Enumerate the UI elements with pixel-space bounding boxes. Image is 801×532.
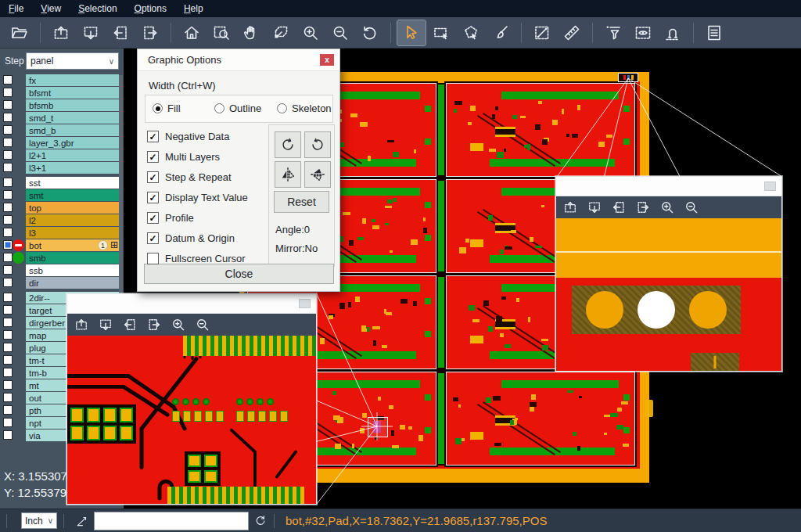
layer-row-bfsmt[interactable]: bfsmt: [0, 87, 124, 99]
layer-visibility-checkbox[interactable]: [3, 138, 13, 147]
layer-row-smd_b[interactable]: smd_b: [0, 124, 124, 136]
layer-row-sst[interactable]: sst: [0, 177, 124, 189]
checkbox-datum-origin[interactable]: ✓Datum & Origin: [147, 232, 235, 244]
radio-outline[interactable]: Outline: [214, 102, 261, 114]
toolbar-zoom-out-button[interactable]: [326, 20, 354, 45]
dialog-titlebar[interactable]: Graphic Options x: [138, 49, 339, 71]
layer-row-l3+1[interactable]: l3+1: [0, 162, 124, 174]
rotate-cw-button[interactable]: [275, 131, 301, 158]
toolbar-pan-hand-button[interactable]: [237, 20, 265, 45]
layer-visibility-checkbox[interactable]: [3, 100, 13, 110]
layer-row-l3[interactable]: l3: [0, 227, 124, 239]
menu-item-file[interactable]: File: [0, 0, 32, 17]
magnifier-titlebar[interactable]: [556, 177, 781, 196]
layer-name[interactable]: smd_b: [26, 124, 119, 136]
layer-visibility-checkbox[interactable]: [3, 393, 13, 402]
layer-row-l2[interactable]: l2: [0, 214, 124, 226]
menu-item-view[interactable]: View: [32, 0, 70, 17]
command-input[interactable]: [94, 512, 249, 530]
layer-visibility-checkbox[interactable]: [3, 380, 13, 390]
refresh-icon[interactable]: [253, 514, 268, 528]
layer-row-ssb[interactable]: ssb: [0, 264, 124, 276]
layer-row-dir[interactable]: dir: [0, 277, 124, 289]
layer-name[interactable]: top: [26, 202, 119, 214]
layer-visibility-checkbox[interactable]: [3, 215, 13, 225]
layer-visibility-checkbox[interactable]: [3, 190, 13, 200]
rotate-ccw-button[interactable]: [304, 131, 331, 158]
layer-visibility-checkbox[interactable]: [3, 253, 13, 262]
menu-item-help[interactable]: Help: [175, 0, 212, 17]
layer-visibility-checkbox[interactable]: [3, 125, 13, 135]
checkbox-profile[interactable]: ✓Profile: [147, 212, 194, 224]
layer-row-bfsmb[interactable]: bfsmb: [0, 99, 124, 111]
menu-item-selection[interactable]: Selection: [70, 0, 125, 17]
magnifier-titlebar[interactable]: [67, 294, 316, 314]
magnifier-zoom-out-button[interactable]: [192, 315, 213, 334]
layer-row-top[interactable]: top: [0, 202, 124, 214]
toolbar-zoom-window-button[interactable]: [207, 20, 235, 45]
toolbar-brush-button[interactable]: [487, 20, 515, 45]
layer-name[interactable]: fx: [26, 74, 119, 86]
toolbar-open-folder-button[interactable]: [5, 20, 34, 45]
radio-fill[interactable]: Fill: [153, 102, 181, 114]
layer-name[interactable]: smb: [26, 252, 119, 264]
magnifier-move-up-button[interactable]: [71, 315, 92, 334]
layer-visibility-checkbox[interactable]: [3, 265, 13, 275]
dialog-close-icon[interactable]: x: [320, 54, 334, 66]
toolbar-measure-line-button[interactable]: [528, 20, 556, 45]
layer-visibility-checkbox[interactable]: [3, 88, 13, 97]
layer-visibility-checkbox[interactable]: [3, 178, 13, 187]
checkbox-step-repeat[interactable]: ✓Step & Repeat: [147, 171, 232, 183]
layer-name[interactable]: smt: [26, 189, 119, 201]
angle-measure-icon[interactable]: [75, 514, 89, 528]
layer-visibility-checkbox[interactable]: [3, 240, 13, 250]
toolbar-drag-zoom-button[interactable]: [267, 20, 295, 45]
magnifier-move-left-button[interactable]: [609, 198, 629, 217]
layer-visibility-checkbox[interactable]: [3, 405, 13, 415]
layer-visibility-checkbox[interactable]: [3, 318, 13, 327]
toolbar-zoom-in-button[interactable]: [296, 20, 325, 45]
magnifier-move-left-button[interactable]: [120, 315, 140, 334]
toolbar-select-cursor-button[interactable]: [397, 20, 426, 45]
layer-name[interactable]: l2: [26, 214, 119, 226]
layer-active-red-dot[interactable]: [13, 239, 24, 251]
layer-visibility-checkbox[interactable]: [3, 228, 13, 237]
toolbar-filter-button[interactable]: [599, 20, 627, 45]
magnifier-move-right-button[interactable]: [144, 315, 164, 334]
layer-active-green-dot[interactable]: [13, 252, 24, 264]
layer-row-smd_t[interactable]: smd_t: [0, 112, 124, 124]
layer-visibility-checkbox[interactable]: [3, 163, 13, 172]
layer-visibility-checkbox[interactable]: [3, 418, 13, 427]
layer-name[interactable]: layer_3.gbr: [26, 137, 119, 149]
layer-visibility-checkbox[interactable]: [3, 150, 13, 160]
layer-row-smt[interactable]: smt: [0, 189, 124, 201]
popup-window-button[interactable]: [764, 182, 776, 191]
magnifier-zoom-in-button[interactable]: [168, 315, 189, 334]
toolbar-move-right-button[interactable]: [136, 20, 164, 45]
layer-visibility-checkbox[interactable]: [3, 293, 13, 302]
layer-name[interactable]: sst: [26, 177, 119, 189]
magnifier-move-right-button[interactable]: [633, 198, 653, 217]
toolbar-poly-select-button[interactable]: [457, 20, 485, 45]
toolbar-show-region-button[interactable]: [629, 20, 657, 45]
checkbox-fullscreen-cursor[interactable]: Fullscreen Cursor: [147, 253, 246, 264]
layer-name[interactable]: l3: [26, 227, 119, 239]
layer-row-bot[interactable]: bot1⊞: [0, 239, 124, 251]
unit-combobox[interactable]: Inch ∨: [21, 512, 57, 529]
magnifier-view-pcb-detail[interactable]: [67, 336, 316, 504]
toolbar-magnet-button[interactable]: [659, 20, 687, 45]
toolbar-report-button[interactable]: [700, 20, 728, 45]
menu-item-options[interactable]: Options: [126, 0, 175, 17]
radio-skeleton[interactable]: Skeleton: [277, 102, 332, 114]
reset-button[interactable]: Reset: [274, 191, 329, 213]
layer-name[interactable]: bfsmb: [26, 99, 119, 111]
layer-visibility-checkbox[interactable]: [3, 75, 13, 84]
magnifier-zoom-in-button[interactable]: [657, 198, 677, 217]
magnifier-move-down-button[interactable]: [95, 315, 116, 334]
toolbar-move-up-button[interactable]: [47, 20, 75, 45]
layer-visibility-checkbox[interactable]: [3, 355, 13, 365]
layer-visibility-checkbox[interactable]: [3, 203, 13, 212]
toolbar-zoom-previous-button[interactable]: [356, 20, 384, 45]
checkbox-multi-layers[interactable]: ✓Multi Layers: [147, 151, 220, 163]
layer-visibility-checkbox[interactable]: [3, 330, 13, 340]
